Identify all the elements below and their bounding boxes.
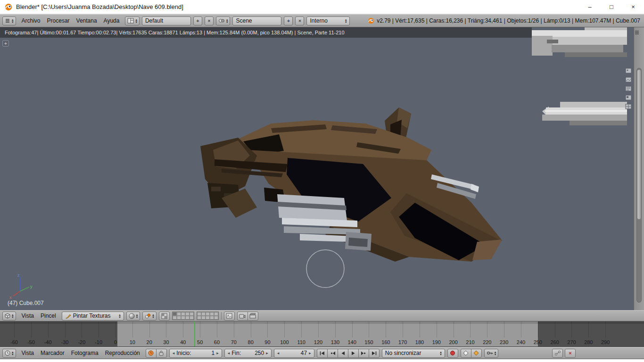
- panel-tab-icon[interactable]: [625, 68, 632, 74]
- layer-cell[interactable]: [173, 312, 177, 316]
- maximize-button[interactable]: □: [601, 0, 622, 14]
- menu-ayuda[interactable]: Ayuda: [100, 17, 123, 24]
- menu-fotograma[interactable]: Fotograma: [68, 350, 102, 356]
- viewport-3d[interactable]: Fotograma:47| Último:00:01.67 Tiempo:00:…: [0, 27, 644, 310]
- viewport-scrollbar-thumb[interactable]: [637, 70, 641, 219]
- viewport-shading-dropdown[interactable]: [126, 312, 140, 321]
- texture-checker-icon: [161, 313, 167, 319]
- timeline-playhead[interactable]: [194, 321, 195, 346]
- panel-tab-icon[interactable]: [625, 86, 632, 91]
- ruler-number: 60: [214, 339, 220, 345]
- record-button[interactable]: [447, 349, 458, 358]
- layer-cell[interactable]: [181, 316, 185, 320]
- lock-time-cursor-toggle[interactable]: [156, 349, 167, 358]
- layer-cell[interactable]: [185, 312, 190, 316]
- add-screen-button[interactable]: +: [193, 16, 202, 25]
- menu-procesar[interactable]: Procesar: [44, 17, 73, 24]
- menu-pincel[interactable]: Pincel: [37, 313, 59, 319]
- play-reverse-button[interactable]: [338, 349, 348, 358]
- collapsed-panel-menu-icon[interactable]: [634, 30, 644, 35]
- layer-cell[interactable]: [210, 312, 214, 316]
- interaction-mode-dropdown[interactable]: Pintar Texturas: [62, 312, 124, 321]
- mode-arrows-icon: [119, 313, 121, 318]
- sync-mode-dropdown[interactable]: No sincronizar: [382, 349, 445, 358]
- keying-set-dropdown[interactable]: [484, 349, 499, 358]
- keyframe-diamond-button[interactable]: [461, 349, 471, 358]
- layers-widget[interactable]: [172, 312, 194, 320]
- layer-cell[interactable]: [190, 312, 194, 316]
- render-engine-field[interactable]: Interno: [306, 16, 350, 25]
- screenshot-button[interactable]: [224, 312, 235, 321]
- render-stats-text: Fotograma:47| Último:00:01.67 Tiempo:00:…: [5, 30, 345, 35]
- playback-controls: [317, 349, 380, 358]
- toolshelf-expand-icon[interactable]: +: [2, 40, 9, 47]
- close-button[interactable]: ×: [622, 0, 644, 14]
- axis-y-label: y: [30, 284, 33, 289]
- layer-cell[interactable]: [214, 316, 218, 320]
- current-frame-field[interactable]: 47: [274, 349, 314, 358]
- panel-tab-icon[interactable]: [625, 77, 632, 82]
- layer-cell[interactable]: [190, 316, 194, 320]
- pivot-center-dropdown[interactable]: [142, 312, 157, 321]
- layer-cell[interactable]: [177, 312, 181, 316]
- timeline-ruler-numbers: -60-50-40-30-20-100102030405060708090100…: [0, 321, 644, 346]
- jump-to-end-button[interactable]: [369, 349, 380, 358]
- texture-checker-toggle[interactable]: [159, 312, 170, 321]
- scene-field[interactable]: Scene: [232, 16, 281, 25]
- timeline-ruler[interactable]: -60-50-40-30-20-100102030405060708090100…: [0, 321, 644, 347]
- layer-cell[interactable]: [201, 312, 206, 316]
- menu-ventana[interactable]: Ventana: [73, 17, 100, 24]
- preview-range-toggle[interactable]: [146, 349, 157, 358]
- keyframe-diamond-active-button[interactable]: [471, 349, 482, 358]
- layer-cell[interactable]: [173, 316, 177, 320]
- jump-to-start-button[interactable]: [317, 349, 328, 358]
- close-screen-button[interactable]: ×: [205, 16, 214, 25]
- layer-cell[interactable]: [197, 316, 201, 320]
- scene-selector[interactable]: [216, 16, 231, 25]
- layer-cell[interactable]: [177, 316, 181, 320]
- sync-arrows-icon: [440, 351, 442, 355]
- render-opengl-anim-button[interactable]: [248, 312, 258, 321]
- insert-keyframe-button[interactable]: [552, 349, 563, 358]
- delete-keyframe-button[interactable]: ×: [565, 349, 576, 358]
- viewport-scrollbar[interactable]: [636, 68, 642, 303]
- layer-cell[interactable]: [206, 312, 210, 316]
- menu-reproduccion[interactable]: Reproducción: [102, 350, 143, 356]
- layer-cell[interactable]: [181, 312, 185, 316]
- ruler-number: -10: [95, 339, 102, 345]
- layer-cell[interactable]: [201, 316, 206, 320]
- close-scene-button[interactable]: ×: [295, 16, 304, 25]
- keying-set-actions: ×: [552, 349, 576, 358]
- info-header: Archivo Procesar Ventana Ayuda Default +…: [0, 14, 644, 27]
- frame-start-field[interactable]: Inicio: 1: [169, 349, 222, 358]
- panel-tab-icon[interactable]: [625, 104, 632, 109]
- frame-end-field[interactable]: Fin: 250: [224, 349, 272, 358]
- layer-cell[interactable]: [214, 312, 218, 316]
- ruler-number: 250: [534, 339, 542, 345]
- layers-widget[interactable]: [197, 312, 219, 320]
- editor-type-button-info[interactable]: [2, 16, 16, 25]
- layer-cell[interactable]: [185, 316, 190, 320]
- layer-cell[interactable]: [197, 312, 201, 316]
- menu-marcador[interactable]: Marcador: [37, 350, 68, 356]
- next-keyframe-button[interactable]: [358, 349, 369, 358]
- right-panel-strip[interactable]: [634, 27, 644, 310]
- menu-archivo[interactable]: Archivo: [18, 17, 44, 24]
- render-opengl-button[interactable]: [237, 312, 248, 321]
- screen-layout-selector[interactable]: [125, 16, 140, 25]
- editor-type-button-3dview[interactable]: [2, 312, 16, 321]
- minimize-button[interactable]: –: [579, 0, 601, 14]
- scene-value: Scene: [236, 17, 278, 24]
- screen-layout-field[interactable]: Default: [142, 16, 191, 25]
- play-button[interactable]: [348, 349, 359, 358]
- sync-mode-value: No sincronizar: [385, 350, 438, 356]
- layer-cell[interactable]: [210, 316, 214, 320]
- menu-vista-3d[interactable]: Vista: [18, 313, 37, 319]
- prev-keyframe-button[interactable]: [327, 349, 338, 358]
- menu-vista-timeline[interactable]: Vista: [18, 350, 37, 356]
- timeline-header: Vista Marcador Fotograma Reproducción In…: [0, 347, 644, 359]
- add-scene-button[interactable]: +: [284, 16, 293, 25]
- layer-cell[interactable]: [206, 316, 210, 320]
- editor-type-button-timeline[interactable]: [2, 349, 16, 358]
- panel-tab-icon[interactable]: [625, 95, 632, 100]
